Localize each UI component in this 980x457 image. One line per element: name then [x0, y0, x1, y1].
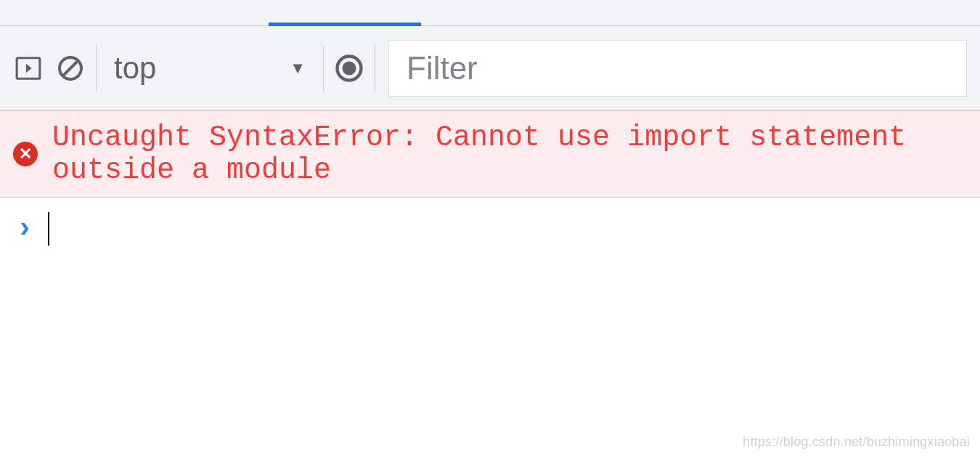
error-message-text: Uncaught SyntaxError: Cannot use import …	[52, 121, 967, 187]
input-cursor	[48, 212, 49, 246]
clear-icon	[56, 54, 85, 83]
filter-input[interactable]	[407, 50, 949, 86]
active-tab-indicator	[269, 23, 421, 26]
console-error-row[interactable]: ✕ Uncaught SyntaxError: Cannot use impor…	[0, 110, 980, 198]
eye-icon	[333, 52, 365, 84]
prompt-caret-icon: ›	[16, 213, 33, 246]
console-prompt-row[interactable]: ›	[0, 198, 980, 256]
svg-point-4	[344, 62, 355, 73]
watermark-text: https://blog.csdn.net/buzhimingxiaobai	[743, 434, 970, 450]
error-icon: ✕	[13, 142, 38, 166]
toggle-sidebar-button[interactable]	[7, 26, 49, 110]
context-label: top	[114, 51, 290, 86]
toolbar-divider	[375, 45, 375, 92]
filter-field-wrap[interactable]	[388, 40, 967, 97]
devtools-tab-strip	[0, 0, 980, 26]
clear-console-button[interactable]	[49, 26, 91, 110]
toolbar-divider	[96, 45, 97, 92]
live-expression-button[interactable]	[328, 26, 370, 110]
toolbar-divider	[323, 45, 324, 92]
console-toolbar: top ▼	[0, 26, 980, 110]
sidebar-toggle-icon	[15, 54, 42, 82]
svg-line-2	[63, 61, 78, 76]
console-output: ✕ Uncaught SyntaxError: Cannot use impor…	[0, 110, 980, 256]
dropdown-caret-icon: ▼	[290, 59, 306, 78]
context-selector[interactable]: top ▼	[101, 26, 319, 110]
